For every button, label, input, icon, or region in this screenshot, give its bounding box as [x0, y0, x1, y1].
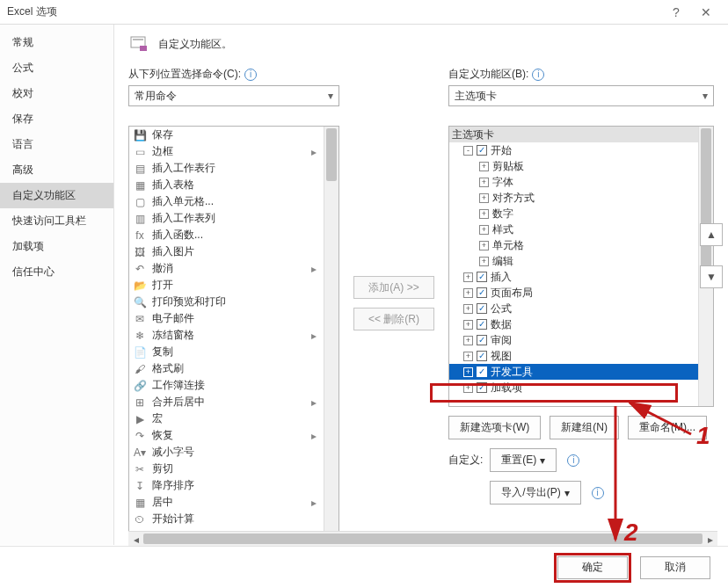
tree-checkbox[interactable]: ✓ — [477, 145, 487, 156]
tree-item[interactable]: +✓视图 — [449, 348, 698, 364]
tree-item[interactable]: +编辑 — [449, 253, 698, 269]
new-group-button[interactable]: 新建组(N) — [550, 416, 619, 439]
tree-toggle-icon[interactable]: + — [479, 257, 489, 266]
sidebar-item[interactable]: 高级 — [0, 157, 113, 183]
commands-scrollbar[interactable] — [324, 127, 339, 539]
command-item[interactable]: ▥插入工作表列 — [129, 210, 324, 227]
ribbon-scope-dropdown[interactable]: 主选项卡 ▾ — [448, 85, 714, 106]
command-item[interactable]: ▦居中▸ — [129, 494, 324, 511]
tree-toggle-icon[interactable]: + — [479, 241, 489, 250]
tree-checkbox[interactable]: ✓ — [477, 319, 487, 330]
tree-checkbox[interactable]: ✓ — [477, 287, 487, 298]
remove-button[interactable]: << 删除(R) — [353, 308, 434, 330]
help-button[interactable]: ? — [661, 0, 691, 25]
command-item[interactable]: ⊞合并后居中▸ — [129, 394, 324, 410]
tree-item[interactable]: +对齐方式 — [449, 190, 698, 206]
content-hscrollbar[interactable]: ◂ ▸ — [128, 531, 717, 546]
tree-toggle-icon[interactable]: + — [479, 209, 489, 219]
sidebar-item[interactable]: 加载项 — [0, 234, 113, 259]
tree-item[interactable]: +✓页面布局 — [449, 285, 698, 301]
move-up-button[interactable]: ▲ — [700, 223, 723, 246]
scroll-right-icon[interactable]: ▸ — [703, 532, 717, 547]
commands-listbox[interactable]: 💾保存▭边框▸▤插入工作表行▦插入表格▢插入单元格...▥插入工作表列fx插入函… — [128, 126, 339, 540]
tree-toggle-icon[interactable]: + — [463, 272, 473, 282]
tree-item[interactable]: +✓公式 — [449, 301, 698, 316]
tree-toggle-icon[interactable]: - — [463, 146, 473, 156]
commands-from-dropdown[interactable]: 常用命令 ▾ — [128, 85, 339, 106]
tree-checkbox[interactable]: ✓ — [477, 382, 487, 393]
command-item[interactable]: 🔗工作簿连接 — [129, 377, 324, 394]
ribbon-tree[interactable]: 主选项卡-✓开始+剪贴板+字体+对齐方式+数字+样式+单元格+编辑+✓插入+✓页… — [448, 126, 714, 407]
command-item[interactable]: ▤插入工作表行 — [129, 160, 324, 177]
tree-toggle-icon[interactable]: + — [463, 320, 473, 330]
close-button[interactable]: ✕ — [691, 0, 721, 25]
tree-checkbox[interactable]: ✓ — [477, 351, 487, 361]
sidebar-item[interactable]: 信任中心 — [0, 259, 113, 285]
tree-item[interactable]: +样式 — [449, 221, 698, 237]
command-item[interactable]: 💾保存 — [129, 127, 324, 143]
command-item[interactable]: fx插入函数... — [129, 227, 324, 243]
tree-toggle-icon[interactable]: + — [479, 225, 489, 235]
command-item[interactable]: ▶宏 — [129, 410, 324, 427]
command-item[interactable]: ✂剪切 — [129, 461, 324, 477]
tree-toggle-icon[interactable]: + — [479, 162, 489, 171]
command-item[interactable]: ✉电子邮件 — [129, 310, 324, 327]
command-item[interactable]: ⏲开始计算 — [129, 511, 324, 527]
tree-toggle-icon[interactable]: + — [479, 178, 489, 187]
tree-toggle-icon[interactable]: + — [463, 383, 473, 393]
reset-button[interactable]: 重置(E)▾ — [490, 448, 557, 472]
command-item[interactable]: 🖌格式刷 — [129, 360, 324, 377]
tree-toggle-icon[interactable]: + — [463, 352, 473, 361]
command-item[interactable]: 🔍打印预览和打印 — [129, 294, 324, 310]
rename-button[interactable]: 重命名(M)... — [628, 416, 707, 439]
tree-toggle-icon[interactable]: + — [479, 193, 489, 203]
info-icon[interactable]: i — [244, 69, 257, 81]
tree-checkbox[interactable]: ✓ — [477, 272, 487, 282]
tree-checkbox[interactable]: ✓ — [477, 367, 487, 377]
sidebar-item[interactable]: 校对 — [0, 81, 113, 106]
tree-item[interactable]: +✓加载项 — [449, 380, 698, 396]
sidebar-item[interactable]: 快速访问工具栏 — [0, 208, 113, 234]
tree-item[interactable]: +✓数据 — [449, 316, 698, 332]
command-item[interactable]: ↧降序排序 — [129, 477, 324, 494]
move-down-button[interactable]: ▼ — [700, 265, 723, 288]
new-tab-button[interactable]: 新建选项卡(W) — [448, 416, 541, 439]
tree-item[interactable]: +✓审阅 — [449, 332, 698, 348]
ok-button[interactable]: 确定 — [557, 556, 628, 579]
command-item[interactable]: ▭边框▸ — [129, 143, 324, 160]
add-button[interactable]: 添加(A) >> — [353, 276, 434, 299]
scroll-left-icon[interactable]: ◂ — [128, 532, 143, 547]
tree-item[interactable]: -✓开始 — [449, 142, 698, 158]
command-item[interactable]: ↷恢复▸ — [129, 427, 324, 444]
sidebar-item[interactable]: 自定义功能区 — [0, 183, 113, 208]
command-item[interactable]: 🖼插入图片 — [129, 243, 324, 260]
tree-toggle-icon[interactable]: + — [463, 336, 473, 345]
tree-toggle-icon[interactable]: + — [463, 288, 473, 298]
info-icon[interactable]: i — [592, 487, 604, 499]
command-item[interactable]: ▦插入表格 — [129, 177, 324, 193]
command-item[interactable]: 📂打开 — [129, 277, 324, 294]
tree-toggle-icon[interactable]: + — [463, 367, 473, 377]
info-icon[interactable]: i — [567, 454, 579, 467]
tree-item[interactable]: +字体 — [449, 174, 698, 190]
command-item[interactable]: ↶撤消▸ — [129, 260, 324, 277]
cancel-button[interactable]: 取消 — [640, 556, 710, 579]
tree-checkbox[interactable]: ✓ — [477, 335, 487, 345]
tree-item[interactable]: +✓插入 — [449, 269, 698, 285]
command-item[interactable]: ▢插入单元格... — [129, 193, 324, 210]
tree-item[interactable]: +剪贴板 — [449, 158, 698, 174]
command-item[interactable]: A▾减小字号 — [129, 444, 324, 461]
tree-item[interactable]: +数字 — [449, 206, 698, 221]
tree-checkbox[interactable]: ✓ — [477, 303, 487, 314]
info-icon[interactable]: i — [532, 69, 544, 81]
import-export-button[interactable]: 导入/导出(P)▾ — [490, 481, 580, 505]
tree-item[interactable]: +单元格 — [449, 237, 698, 253]
tree-toggle-icon[interactable]: + — [463, 304, 473, 314]
command-item[interactable]: 📄复制 — [129, 344, 324, 360]
sidebar-item[interactable]: 常规 — [0, 30, 113, 55]
command-item[interactable]: ❄冻结窗格▸ — [129, 327, 324, 344]
sidebar-item[interactable]: 公式 — [0, 55, 113, 81]
sidebar-item[interactable]: 保存 — [0, 106, 113, 132]
sidebar-item[interactable]: 语言 — [0, 132, 113, 157]
tree-item[interactable]: +✓开发工具 — [449, 364, 698, 380]
